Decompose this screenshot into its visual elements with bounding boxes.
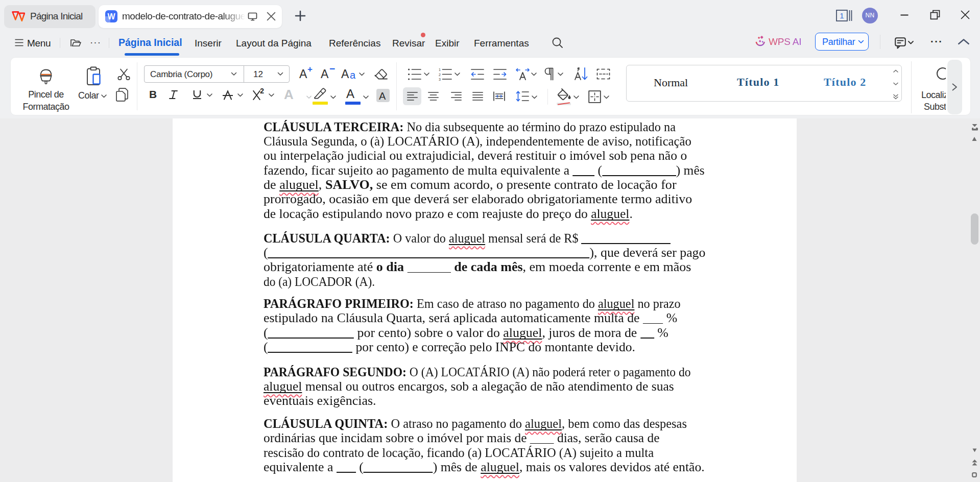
svg-text:3: 3 <box>439 78 441 81</box>
svg-text:1: 1 <box>439 68 441 71</box>
svg-text:2: 2 <box>439 73 441 77</box>
svg-text:1: 1 <box>840 11 844 20</box>
